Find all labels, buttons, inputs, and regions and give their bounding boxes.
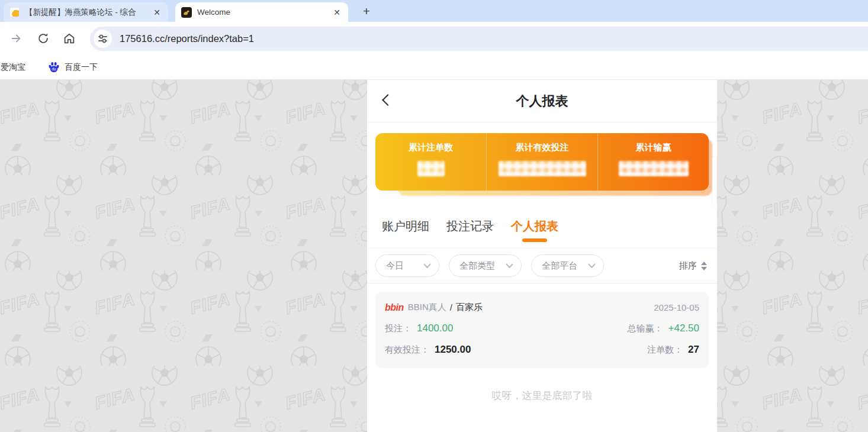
total-winloss-label: 总输赢： — [628, 323, 663, 334]
report-panel: 个人报表 累计注单数 累计有效投注 累计输赢 — [367, 80, 717, 432]
chevron-down-icon — [506, 263, 513, 269]
type-filter-dropdown[interactable]: 全部类型 — [449, 254, 522, 277]
stat-total-valid-bet: 累计有效投注 — [486, 133, 597, 191]
baidu-paw-icon: du — [48, 62, 60, 73]
valid-bet-label: 有效投注： — [385, 344, 429, 356]
record-provider: BBIN真人 — [408, 302, 446, 313]
bet-count-value: 27 — [688, 344, 699, 356]
masked-value — [499, 161, 586, 176]
close-tab-icon[interactable]: ✕ — [152, 7, 162, 18]
chevron-down-icon — [423, 263, 431, 269]
back-button[interactable] — [382, 96, 391, 104]
chevron-down-icon — [588, 263, 596, 269]
valid-bet-value: 1250.00 — [435, 344, 471, 356]
address-bar[interactable]: 175616.cc/reports/index?tab=1 — [90, 27, 868, 51]
bet-count-label: 注单数： — [647, 344, 683, 356]
summary-section: 累计注单数 累计有效投注 累计输赢 — [367, 122, 717, 204]
browser-toolbar: 175616.cc/reports/index?tab=1 — [0, 22, 868, 55]
bookmark-label: 爱淘宝 — [1, 62, 25, 73]
stat-label: 累计注单数 — [375, 142, 486, 153]
bookmark-label: 百度一下 — [65, 62, 98, 73]
date-filter-dropdown[interactable]: 今日 — [375, 254, 439, 277]
stat-label: 累计输赢 — [598, 142, 709, 153]
list-bottom-text: 哎呀，这里是底部了啦 — [367, 389, 717, 402]
new-tab-button[interactable]: + — [359, 4, 374, 19]
forward-icon[interactable] — [9, 32, 22, 45]
tab-bet-records[interactable]: 投注记录 — [446, 204, 494, 248]
report-nav-tabs: 账户明细 投注记录 个人报表 — [367, 204, 717, 249]
sort-label: 排序 — [679, 260, 697, 272]
close-tab-icon[interactable]: ✕ — [332, 7, 342, 18]
stat-total-bets: 累计注单数 — [375, 133, 486, 191]
browser-tab-forum[interactable]: 【新提醒】海燕策略论坛 - 综合 ✕ — [4, 2, 168, 22]
dropdown-value: 今日 — [386, 260, 404, 272]
report-list-item[interactable]: bbin BBIN真人 / 百家乐 2025-10-05 投注： 1400.00… — [375, 292, 709, 368]
record-date: 2025-10-05 — [654, 302, 699, 312]
sort-arrows-icon — [701, 262, 707, 270]
web-page-content: FIFA 个人报表 — [0, 80, 868, 432]
record-row: 投注： 1400.00 总输赢： +42.50 — [385, 323, 699, 334]
bet-label: 投注： — [385, 323, 412, 334]
record-game: 百家乐 — [456, 302, 483, 313]
url-text: 175616.cc/reports/index?tab=1 — [120, 33, 254, 44]
dropdown-value: 全部类型 — [459, 260, 495, 272]
masked-value — [619, 161, 689, 176]
bookmarks-bar: 爱淘宝 du 百度一下 — [0, 55, 868, 80]
tab-title: 【新提醒】海燕策略论坛 - 综合 — [25, 7, 146, 18]
dropdown-value: 全部平台 — [542, 260, 577, 272]
site-settings-icon[interactable] — [94, 30, 112, 48]
sort-control[interactable]: 排序 — [679, 260, 707, 272]
panel-scrollbar[interactable] — [712, 157, 716, 205]
tab-title: Welcome — [197, 8, 326, 17]
summary-stats-card: 累计注单数 累计有效投注 累计输赢 — [375, 133, 709, 191]
total-winloss-value: +42.50 — [668, 323, 699, 334]
svg-text:du: du — [52, 67, 56, 71]
stat-label: 累计有效投注 — [487, 142, 597, 153]
welcome-favicon-icon — [181, 7, 192, 18]
browser-tab-strip: 【新提醒】海燕策略论坛 - 综合 ✕ Welcome ✕ + — [0, 0, 868, 22]
page-header: 个人报表 — [367, 80, 717, 122]
bookmark-baidu[interactable]: du 百度一下 — [48, 62, 98, 73]
platform-filter-dropdown[interactable]: 全部平台 — [531, 254, 604, 277]
record-header: bbin BBIN真人 / 百家乐 2025-10-05 — [385, 302, 699, 313]
filter-bar: 今日 全部类型 全部平台 — [367, 249, 717, 283]
home-icon[interactable] — [63, 32, 76, 45]
record-row: 有效投注： 1250.00 注单数： 27 — [385, 344, 699, 356]
forum-favicon-icon — [9, 7, 20, 17]
record-separator: / — [450, 302, 452, 312]
masked-value — [417, 161, 445, 176]
browser-tab-welcome[interactable]: Welcome ✕ — [175, 2, 348, 22]
bbin-logo-icon: bbin — [385, 302, 404, 313]
bookmark-taobao[interactable]: 爱淘宝 — [1, 62, 25, 73]
tab-personal-report[interactable]: 个人报表 — [511, 204, 558, 248]
browser-window: 【新提醒】海燕策略论坛 - 综合 ✕ Welcome ✕ + — [0, 0, 868, 432]
bet-value: 1400.00 — [417, 323, 453, 334]
tab-account-details[interactable]: 账户明细 — [382, 204, 429, 248]
reload-icon[interactable] — [37, 32, 50, 45]
stat-total-winloss: 累计输赢 — [597, 133, 709, 191]
page-title: 个人报表 — [367, 80, 717, 122]
